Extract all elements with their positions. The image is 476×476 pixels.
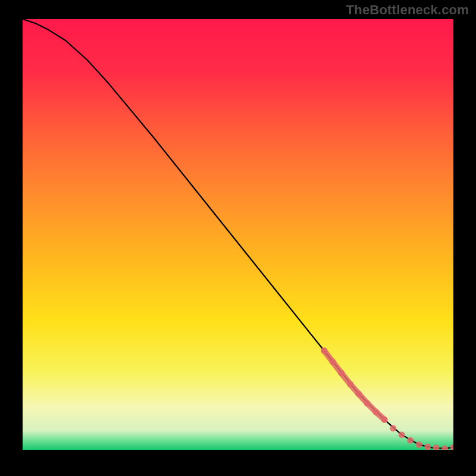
- dot: [355, 390, 362, 397]
- dot: [399, 431, 405, 438]
- dot: [338, 370, 345, 377]
- dot: [416, 441, 422, 448]
- dot: [381, 416, 388, 423]
- attribution-text: TheBottleneck.com: [346, 2, 469, 18]
- dot: [372, 409, 379, 415]
- dot: [364, 400, 371, 406]
- dot: [330, 359, 336, 365]
- bottleneck-chart: [23, 19, 453, 450]
- dot: [347, 381, 353, 387]
- chart-frame: TheBottleneck.com: [0, 0, 476, 476]
- dot: [321, 347, 327, 354]
- dot: [424, 443, 431, 450]
- dot: [407, 437, 414, 444]
- dot: [390, 425, 396, 431]
- plot-area: [23, 19, 453, 450]
- gradient-background: [23, 19, 453, 450]
